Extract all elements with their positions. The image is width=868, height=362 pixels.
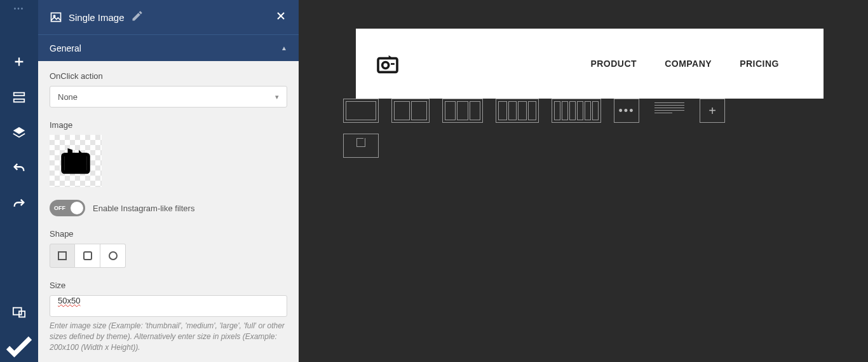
layout-4col[interactable] <box>496 99 539 123</box>
shape-square-button[interactable] <box>50 244 75 268</box>
settings-panel: Single Image General ▲ OnClick action No… <box>38 0 299 362</box>
site-header: PRODUCT COMPANY PRICING <box>356 29 824 99</box>
layout-options-row: ••• + <box>343 99 830 123</box>
square-icon <box>58 251 67 260</box>
panel-header: Single Image <box>38 0 299 34</box>
responsive-button[interactable] <box>0 295 38 330</box>
shape-rounded-button[interactable] <box>75 244 100 268</box>
nav-pricing[interactable]: PRICING <box>740 59 779 69</box>
section-general[interactable]: General ▲ <box>38 34 299 61</box>
filters-toggle[interactable]: OFF <box>50 200 85 216</box>
shape-circle-button[interactable] <box>100 244 126 268</box>
filters-text: Enable Instagram-like filters <box>93 204 194 213</box>
field-image: Image <box>50 120 287 187</box>
svg-point-10 <box>383 62 389 69</box>
redo-button[interactable] <box>0 186 38 222</box>
shape-label: Shape <box>50 229 287 239</box>
save-button[interactable] <box>0 330 38 362</box>
layout-options-row2 <box>343 134 379 158</box>
layout-1col[interactable] <box>343 99 379 123</box>
field-shape: Shape <box>50 229 287 268</box>
site-nav: PRODUCT COMPANY PRICING <box>590 59 779 69</box>
onclick-value: None <box>58 92 78 102</box>
layout-more-button[interactable]: ••• <box>614 99 639 123</box>
add-element-button[interactable] <box>0 44 38 80</box>
image-preview[interactable] <box>50 135 102 187</box>
svg-rect-4 <box>51 13 61 21</box>
svg-rect-0 <box>14 93 25 96</box>
panel-body: OnClick action None ▾ Image OFF <box>38 61 299 362</box>
close-icon[interactable] <box>275 10 287 25</box>
field-filters: OFF Enable Instagram-like filters <box>50 200 287 216</box>
layout-folded-button[interactable] <box>343 134 379 158</box>
size-value: 50x50 <box>58 296 80 305</box>
size-help: Enter image size (Example: 'thumbnail', … <box>50 321 287 352</box>
svg-rect-8 <box>79 160 85 163</box>
onclick-label: OnClick action <box>50 71 287 81</box>
layout-add-button[interactable]: + <box>700 99 725 123</box>
toggle-knob <box>71 202 83 214</box>
size-input[interactable]: 50x50 <box>50 295 287 317</box>
nav-product[interactable]: PRODUCT <box>590 59 637 69</box>
layout-3col[interactable] <box>442 99 483 123</box>
rounded-square-icon <box>83 251 92 260</box>
field-onclick: OnClick action None ▾ <box>50 71 287 108</box>
pencil-icon[interactable] <box>131 10 144 25</box>
onclick-select[interactable]: None ▾ <box>50 86 287 108</box>
rail-grip-icon: ••• <box>14 5 25 12</box>
undo-button[interactable] <box>0 151 38 186</box>
image-label: Image <box>50 120 287 130</box>
layout-2col[interactable] <box>391 99 430 123</box>
panel-title: Single Image <box>69 12 125 23</box>
preview-canvas: PRODUCT COMPANY PRICING ••• + <box>299 0 868 362</box>
section-label: General <box>50 43 81 53</box>
editor-rail: ••• <box>0 0 38 362</box>
layout-6col[interactable] <box>552 99 601 123</box>
caret-up-icon: ▲ <box>281 45 287 52</box>
nav-company[interactable]: COMPANY <box>665 59 712 69</box>
toggle-state: OFF <box>54 205 65 211</box>
svg-rect-11 <box>391 63 395 65</box>
field-size: Size 50x50 Enter image size (Example: 't… <box>50 281 287 352</box>
circle-icon <box>109 251 118 260</box>
templates-button[interactable] <box>0 80 38 115</box>
layout-text-button[interactable] <box>652 99 687 123</box>
svg-rect-1 <box>14 99 25 102</box>
site-logo[interactable] <box>375 51 400 76</box>
image-icon <box>50 11 62 24</box>
layers-button[interactable] <box>0 115 38 151</box>
size-label: Size <box>50 281 287 290</box>
chevron-down-icon: ▾ <box>275 93 279 101</box>
